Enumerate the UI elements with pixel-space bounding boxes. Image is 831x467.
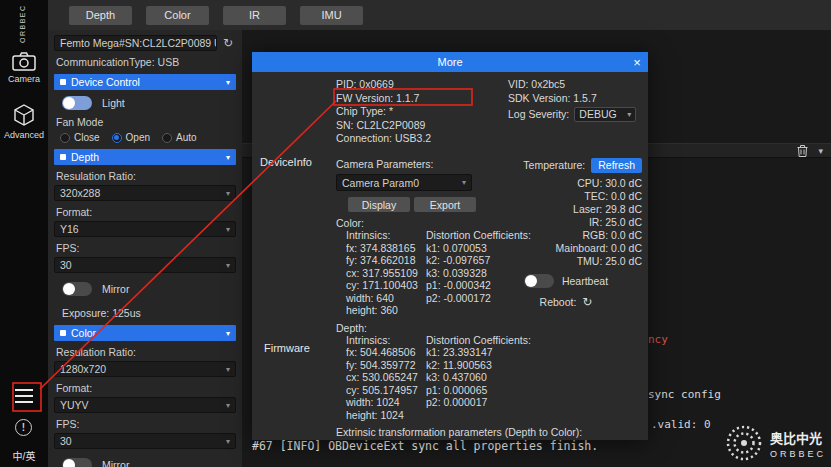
color-format-select[interactable]: YUYV ▾ (54, 397, 236, 413)
depth-resolution-label: Resulation Ratio: (54, 170, 236, 182)
light-label: Light (102, 97, 125, 109)
value: width: 640 (346, 292, 426, 305)
menu-button[interactable] (15, 389, 33, 403)
fan-mode-label: Fan Mode (54, 116, 236, 128)
chevron-down-icon: ▾ (226, 329, 230, 338)
value: cy: 505.174957 (346, 384, 426, 397)
depth-resolution-select[interactable]: 320x288 ▾ (54, 185, 236, 201)
color-mirror-row: Mirror (54, 458, 236, 467)
chevron-down-icon: ▾ (627, 108, 631, 122)
chevron-down-icon: ▾ (226, 189, 230, 198)
temp-ir: IR: 25.0 dC (490, 216, 642, 229)
sn-value: SN: CL2LC2P0089 (336, 119, 431, 133)
depth-format-label: Format: (54, 206, 236, 218)
color-fps-value: 30 (60, 435, 72, 447)
chevron-down-icon: ▾ (226, 401, 230, 410)
tab-ir[interactable]: IR (223, 6, 286, 25)
color-header-label: Color (71, 327, 96, 339)
vid-value: VID: 0x2bc5 (508, 78, 636, 92)
value: fx: 504.468506 (346, 346, 426, 359)
sidebar-advanced-label: Advanced (4, 130, 44, 140)
depth-fps-select[interactable]: 30 ▾ (54, 257, 236, 273)
trash-icon[interactable] (797, 145, 808, 157)
depth-format-select[interactable]: Y16 ▾ (54, 221, 236, 237)
reboot-icon[interactable]: ↻ (582, 296, 592, 309)
device-info-right: VID: 0x2bc5 SDK Version: 1.5.7 Log Sever… (508, 78, 636, 122)
value: k3: 0.437060 (426, 371, 642, 384)
dialog-title: More (437, 56, 462, 68)
section-header-depth[interactable]: Depth ▾ (54, 149, 236, 165)
section-header-device-control[interactable]: Device Control ▾ (54, 74, 236, 90)
temp-laser: Laser: 29.8 dC (490, 203, 642, 216)
value: p1: 0.000065 (426, 384, 642, 397)
fan-option-auto[interactable]: Auto (162, 132, 197, 143)
distortion-label: Distortion Coefficients: (426, 334, 642, 347)
log-severity-select[interactable]: DEBUG ▾ (574, 107, 636, 122)
refresh-icon: ↻ (223, 36, 233, 50)
color-format-value: YUYV (60, 399, 89, 411)
language-toggle[interactable]: 中/英 (0, 448, 48, 463)
section-header-color[interactable]: Color ▾ (54, 325, 236, 341)
device-status-block: Temperature: Refresh CPU: 30.0 dC TEC: 0… (490, 158, 642, 309)
close-icon[interactable]: × (626, 52, 648, 72)
fan-option-open[interactable]: Open (112, 132, 150, 143)
temperature-refresh-button[interactable]: Refresh (591, 158, 642, 173)
depth-header-label: Depth (71, 151, 99, 163)
bullet-square-icon (60, 330, 66, 336)
fan-close-label: Close (74, 132, 100, 143)
intrinsics-label: Intrinsics: (346, 229, 426, 242)
chevron-down-icon: ▾ (226, 225, 230, 234)
value: fy: 374.662018 (346, 254, 426, 267)
display-button[interactable]: Display (348, 197, 410, 212)
temp-mainboard: Mainboard: 0.0 dC (490, 242, 642, 255)
orbbec-vertical-logo: ORBBEC (19, 3, 26, 43)
dialog-title-bar[interactable]: More × (252, 52, 648, 72)
info-icon: ! (22, 422, 25, 433)
tab-color[interactable]: Color (146, 6, 209, 25)
color-mirror-label: Mirror (102, 459, 129, 467)
temp-tec: TEC: 0.0 dC (490, 190, 642, 203)
fan-mode-options: Close Open Auto (54, 132, 236, 143)
tab-firmware[interactable]: Firmware (264, 342, 310, 354)
depth-mirror-toggle[interactable] (62, 282, 92, 296)
device-refresh-button[interactable]: ↻ (220, 35, 236, 51)
info-button[interactable]: ! (15, 419, 32, 436)
collapse-chevron-icon[interactable]: ▾ (818, 146, 823, 156)
camera-param-select[interactable]: Camera Param0 ▾ (336, 174, 472, 191)
depth-params-grid: Intrinsics: Distortion Coefficients: fx:… (336, 334, 642, 422)
fan-option-close[interactable]: Close (60, 132, 100, 143)
depth-fps-value: 30 (60, 259, 72, 271)
sidebar-item-advanced[interactable]: Advanced (0, 103, 48, 140)
tab-imu[interactable]: IMU (300, 6, 363, 25)
color-mirror-toggle[interactable] (62, 458, 92, 467)
light-toggle[interactable] (62, 96, 92, 110)
chevron-down-icon: ▾ (462, 178, 466, 187)
log-line-clipped-2: .valid: 0 (651, 418, 711, 431)
bullet-square-icon (60, 154, 66, 160)
depth-params-title: Depth: (336, 322, 642, 334)
intrinsics-label: Intrinsics: (346, 334, 426, 347)
chevron-down-icon: ▾ (226, 153, 230, 162)
orbbec-mark-icon (725, 424, 763, 462)
value: height: 360 (346, 304, 426, 317)
color-fps-select[interactable]: 30 ▾ (54, 433, 236, 449)
device-select[interactable]: Femto Mega#SN:CL2LC2P0089 US (54, 35, 217, 51)
sidebar-item-camera[interactable]: Camera (0, 52, 48, 84)
heartbeat-toggle[interactable] (524, 274, 554, 288)
tab-depth[interactable]: Depth (69, 6, 132, 25)
log-line-bottom: #67 [INFO] OBDeviceExt sync all properti… (252, 439, 598, 453)
fw-version-value: FW Version: 1.1.7 (336, 92, 431, 106)
log-severity-label: Log Severity: (508, 108, 569, 122)
color-resolution-select[interactable]: 1280x720 ▾ (54, 361, 236, 377)
temp-cpu: CPU: 30.0 dC (490, 177, 642, 190)
reboot-row: Reboot: ↻ (490, 296, 642, 309)
heartbeat-label: Heartbeat (562, 275, 608, 288)
fan-auto-label: Auto (176, 132, 197, 143)
value: k2: 11.900563 (426, 359, 642, 372)
top-bar: Depth Color IR IMU (48, 0, 831, 30)
chevron-down-icon: ▾ (226, 437, 230, 446)
footer-brand-en: ORBBEC (770, 449, 826, 459)
export-button[interactable]: Export (414, 197, 476, 212)
depth-fps-label: FPS: (54, 242, 236, 254)
tab-deviceinfo[interactable]: DeviceInfo (260, 156, 312, 168)
